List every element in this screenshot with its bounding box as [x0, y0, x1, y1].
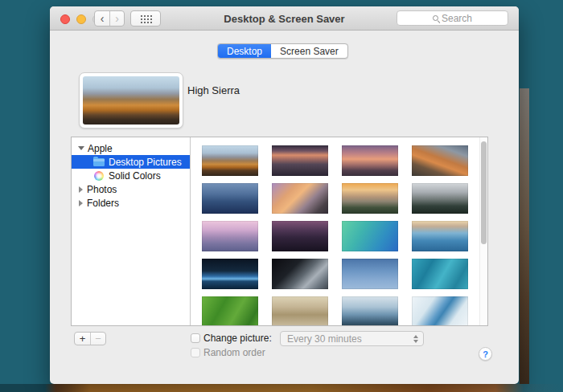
tab-screen-saver[interactable]: Screen Saver [271, 44, 347, 58]
back-button[interactable]: ‹ [95, 11, 109, 26]
current-wallpaper-name: High Sierra [187, 84, 240, 96]
desktop-wallpaper-bottom [0, 384, 563, 392]
wallpaper-thumb-yosemite-blue[interactable] [202, 183, 258, 214]
minimize-button[interactable] [76, 14, 86, 24]
scrollbar-thumb[interactable] [481, 141, 487, 244]
sidebar-item-label: Solid Colors [109, 170, 161, 182]
titlebar[interactable]: ‹ › Desktop & Screen Saver Search [50, 6, 519, 31]
remove-folder-button[interactable]: − [90, 333, 105, 345]
sidebar-item-folders[interactable]: Folders [72, 196, 190, 210]
wallpaper-thumb-yosemite-pink[interactable] [202, 221, 258, 251]
source-browser: Apple Desktop Pictures Solid Colors Phot… [71, 137, 488, 326]
wallpaper-thumb-half-dome-sunset[interactable] [272, 183, 328, 214]
wallpaper-grid [191, 137, 487, 325]
show-all-grid-icon [140, 14, 152, 23]
folder-icon [93, 158, 105, 166]
show-all-button[interactable] [130, 10, 161, 27]
add-remove-control: + − [74, 332, 106, 345]
change-picture-row: Change picture: [191, 333, 272, 344]
wallpaper-thumb-earth-space[interactable] [202, 259, 258, 289]
current-wallpaper-preview [79, 72, 183, 129]
sidebar-item-apple[interactable]: Apple [72, 141, 190, 155]
wallpaper-thumb-desert-fog[interactable] [272, 296, 328, 325]
change-picture-label: Change picture: [203, 333, 272, 344]
sidebar-item-solid-colors[interactable]: Solid Colors [72, 169, 190, 182]
sidebar-item-photos[interactable]: Photos [72, 182, 190, 196]
wallpaper-thumb-foggy-forest[interactable] [412, 183, 468, 214]
add-folder-button[interactable]: + [75, 333, 90, 345]
disclosure-closed-icon[interactable] [79, 186, 83, 193]
sidebar-item-label: Desktop Pictures [109, 157, 182, 168]
random-order-checkbox[interactable] [191, 348, 200, 357]
wallpaper-thumb-sierra-2[interactable] [342, 145, 398, 176]
current-wallpaper-image [83, 76, 179, 125]
wallpaper-thumb-green-wave[interactable] [342, 221, 398, 251]
color-wheel-icon [94, 171, 104, 181]
wallpaper-thumb-blue-wave[interactable] [412, 221, 468, 251]
wallpaper-thumb-planet-horizon[interactable] [272, 259, 328, 289]
tab-bar: Desktop Screen Saver [217, 43, 348, 59]
nav-buttons: ‹ › [94, 10, 125, 27]
wallpaper-grid-area [191, 137, 487, 325]
sidebar-item-label: Apple [88, 143, 113, 154]
desktop-wallpaper-tree [520, 88, 529, 392]
interval-dropdown[interactable]: Every 30 minutes [280, 331, 424, 346]
wallpaper-thumb-misty-ridges[interactable] [342, 296, 398, 325]
stepper-arrows-icon [410, 335, 423, 343]
random-order-label: Random order [203, 347, 265, 358]
search-placeholder: Search [442, 13, 472, 24]
wallpaper-thumb-high-sierra[interactable] [202, 145, 258, 176]
wallpaper-thumb-sierra[interactable] [272, 145, 328, 176]
sidebar-item-label: Folders [87, 198, 119, 209]
wallpaper-thumb-yosemite-day[interactable] [342, 183, 398, 214]
wallpaper-thumb-el-capitan[interactable] [412, 145, 468, 176]
tab-desktop[interactable]: Desktop [218, 44, 271, 58]
search-icon [433, 15, 438, 21]
sidebar-item-label: Photos [87, 184, 117, 195]
random-order-row: Random order [191, 347, 265, 358]
help-button[interactable]: ? [479, 347, 492, 361]
close-button[interactable] [60, 14, 70, 24]
change-picture-checkbox[interactable] [191, 333, 200, 343]
interval-value: Every 30 minutes [281, 333, 410, 345]
wallpaper-thumb-turquoise-sea[interactable] [412, 259, 468, 289]
disclosure-open-icon[interactable] [78, 146, 84, 150]
sidebar-item-desktop-pictures[interactable]: Desktop Pictures [72, 155, 190, 169]
wallpaper-thumb-milky-way[interactable] [342, 259, 398, 289]
search-input[interactable]: Search [397, 10, 508, 26]
disclosure-closed-icon[interactable] [79, 200, 83, 206]
source-sidebar: Apple Desktop Pictures Solid Colors Phot… [72, 137, 191, 325]
preferences-window: ‹ › Desktop & Screen Saver Search Deskto… [50, 6, 519, 384]
wallpaper-thumb-snow-river[interactable] [412, 296, 468, 325]
scrollbar-track[interactable] [479, 137, 487, 325]
wallpaper-thumb-night-shore[interactable] [272, 221, 328, 251]
wallpaper-thumb-green-fields[interactable] [202, 296, 258, 325]
forward-button[interactable]: › [109, 11, 124, 26]
